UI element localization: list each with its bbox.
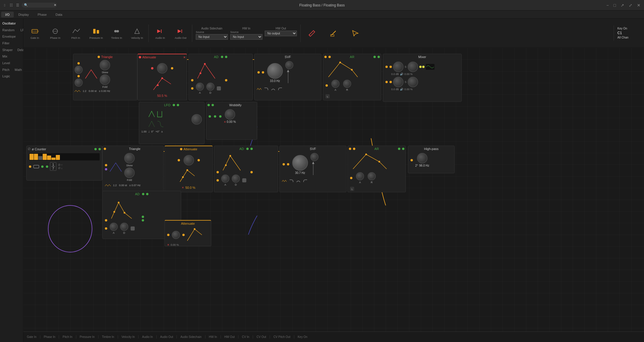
mixer-ch2-in2[interactable] [389,81,392,83]
audio-in-btn[interactable]: Audio In [150,23,170,43]
attenuate-3-out-port[interactable] [182,234,185,236]
ar-1-in-port2[interactable] [328,56,331,58]
sidebar-item-oscillator[interactable]: Oscillator [0,20,23,27]
attenuate-1-port-out[interactable] [171,67,173,69]
seq-step-7[interactable] [56,155,60,160]
seq-step-5[interactable] [47,156,51,160]
wobblify-knob[interactable] [225,109,235,120]
tab-phase[interactable]: Phase [34,12,51,18]
triangle-2-skew-knob[interactable] [124,153,135,163]
ar-2-a-knob[interactable] [356,172,364,180]
attenuate-3-in-port[interactable] [167,234,169,236]
ad-1-out-port[interactable] [221,56,223,58]
ad-2-gate-port[interactable] [250,171,253,173]
svf-1-port2[interactable] [262,71,264,74]
attenuate-2-port-out[interactable] [198,159,200,161]
audio-out-btn[interactable]: Audio Out [170,23,191,43]
attenuate-2-in-port[interactable] [180,148,182,150]
svf-2-in-port[interactable] [283,163,285,165]
svf-1-res-knob[interactable] [285,61,293,69]
attenuate-3-knob[interactable] [172,231,180,239]
svf-2-port2[interactable] [287,163,289,165]
pressure-in-btn[interactable]: Pressure In [86,23,106,43]
triangle-1-fold-knob[interactable] [100,74,110,85]
ad-2-in-port[interactable] [217,171,219,173]
ar-1-a-knob[interactable] [331,80,340,88]
mixer-ch2-pan-knob[interactable] [408,77,418,87]
gate-in-btn[interactable]: Gate In [25,23,45,43]
sidebar-item-level[interactable]: Level [0,60,23,67]
ar-1-out-port[interactable] [373,56,376,58]
attenuate-1-knob[interactable] [157,63,167,74]
phi-counter-out2[interactable] [98,148,101,150]
triangle-1-port1[interactable] [77,62,80,64]
ad-1-out-port2[interactable] [225,56,227,58]
mixer-ch1-vol-knob[interactable] [393,62,404,72]
ad-3-out-port-r1[interactable] [142,216,144,218]
triangle-1-in-port[interactable] [98,56,100,58]
highpass-in-port[interactable] [411,159,413,161]
seq-step-3[interactable] [38,156,42,160]
ar-1-mode-btn[interactable]: ┐ [326,94,330,98]
mixer-ch1-in2[interactable] [389,66,392,68]
ad-3-a-port[interactable] [105,227,107,230]
attenuate-2-knob[interactable] [183,155,194,165]
mixer-ch2-vol-knob[interactable] [393,77,404,87]
ad-2-out-port[interactable] [246,148,249,150]
phi-gate-out2[interactable] [46,165,48,168]
eraser-btn[interactable] [323,23,344,43]
tab-data[interactable]: Data [51,12,66,18]
ad-1-a-knob-ctrl[interactable] [196,83,204,91]
arrow-btn[interactable] [345,23,366,43]
tab-display[interactable]: Display [14,12,33,18]
grid-icon[interactable]: ☷ [9,3,13,8]
ad-1-in-port[interactable] [191,79,193,81]
pencil-btn[interactable] [302,23,322,43]
ad-3-in-port[interactable] [105,219,107,221]
lfo-out-port2[interactable] [177,104,179,106]
ar-2-out-port2[interactable] [402,148,404,150]
ad-2-out-port2[interactable] [250,148,253,150]
ad-1-d-knob-ctrl[interactable] [206,83,214,91]
ad-3-out-port2[interactable] [146,193,148,195]
wobblify-out-port[interactable] [209,115,211,118]
sidebar-item-math[interactable]: Math [12,67,24,73]
phi-gate-out[interactable] [41,165,44,168]
triangle-2-port1[interactable] [105,164,107,166]
svf-1-in-port[interactable] [257,71,260,74]
hw-in-select[interactable]: No Input [230,34,262,40]
phi-counter-out1[interactable] [94,148,97,150]
mixer-ch2-in[interactable] [385,81,388,83]
svf-1-freq-knob[interactable] [267,63,283,79]
seq-step-6[interactable] [51,158,56,160]
sidebar-item-logic[interactable]: Logic [0,73,12,79]
ad-2-d-knob[interactable] [232,175,240,183]
ad-3-d-knob[interactable] [120,223,128,231]
sidebar-item-shaper[interactable]: Shaper [0,47,15,53]
sidebar-item-random[interactable]: Random [0,27,18,33]
wobblify-out-port2[interactable] [214,115,216,118]
pitch-in-btn[interactable]: Pitch In [65,23,86,43]
ad-2-loop-port[interactable] [242,178,246,182]
mixer-ch1-pan-knob[interactable] [408,62,418,72]
ar-2-in-port2[interactable] [353,148,355,150]
sidebar-item-filter[interactable]: Filter [0,40,23,47]
sequencer-steps[interactable] [29,153,100,160]
triangle-2-fold-knob[interactable] [124,167,135,178]
hw-out-select[interactable]: No output [265,31,297,36]
velocity-in-btn[interactable]: Velocity In [127,23,147,43]
svf-2-freq-knob[interactable] [292,155,308,171]
phase-in-btn[interactable]: Phase In [45,23,65,43]
sidebar-item-envelope[interactable]: Envelope [0,33,18,40]
triangle-2-port2[interactable] [105,168,107,170]
mixer-ch1-in[interactable] [385,66,388,68]
triangle-1-port2[interactable] [77,75,80,77]
ar-1-out-port2[interactable] [378,56,380,58]
zoom-btn[interactable]: □ [612,3,617,8]
phi-counter-in-port[interactable] [29,165,31,168]
wobblify-out-port3[interactable] [219,115,221,118]
search-bar[interactable]: 🔍 ✕ [22,3,57,8]
attenuate-1-in-port[interactable] [139,56,141,58]
menu-icon[interactable]: ☰ [15,3,20,8]
expand-btn[interactable]: ⤢ [628,3,633,8]
